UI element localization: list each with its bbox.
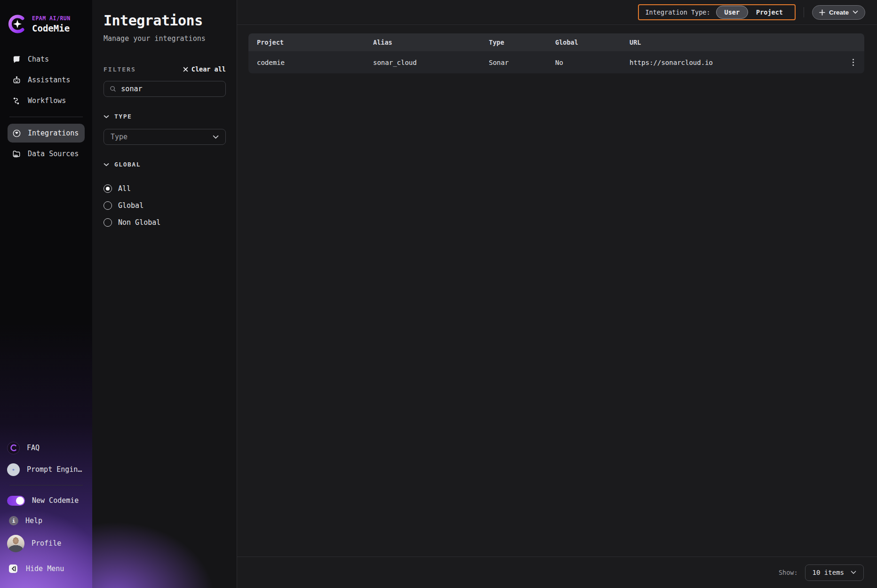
chevron-down-icon bbox=[213, 135, 219, 139]
topbar: Integration Type: User Project Create bbox=[237, 0, 877, 25]
page-size-value: 10 items bbox=[813, 569, 844, 576]
faq-label: FAQ bbox=[27, 444, 40, 452]
table-header: Project Alias Type Global URL bbox=[248, 33, 864, 51]
prompt-engineering-label: Prompt Engin… bbox=[27, 465, 82, 474]
radio-circle bbox=[104, 201, 112, 210]
main-area: Integration Type: User Project Create Pr… bbox=[237, 0, 877, 588]
sidebar-item-profile[interactable]: Profile bbox=[7, 531, 92, 556]
prompt-engineering-icon: ✳ bbox=[7, 463, 20, 476]
profile-label: Profile bbox=[32, 539, 61, 548]
column-header-project: Project bbox=[257, 39, 373, 46]
table-row[interactable]: codemie sonar_cloud Sonar No https://son… bbox=[248, 51, 864, 73]
radio-global[interactable]: Global bbox=[104, 197, 226, 214]
sidebar-item-hide-menu[interactable]: Hide Menu bbox=[7, 557, 92, 580]
row-actions-menu-icon[interactable] bbox=[842, 56, 864, 69]
sidebar-item-chats[interactable]: Chats bbox=[8, 50, 85, 69]
column-header-alias: Alias bbox=[373, 39, 489, 46]
segment-user[interactable]: User bbox=[716, 6, 749, 19]
topbar-divider bbox=[804, 7, 804, 17]
radio-label: Global bbox=[118, 201, 144, 210]
clear-all-label: Clear all bbox=[191, 65, 226, 73]
sidebar-item-label: Data Sources bbox=[28, 150, 79, 158]
global-radio-group: All Global Non Global bbox=[104, 180, 226, 231]
faq-icon bbox=[7, 442, 20, 454]
codemie-logo-icon bbox=[7, 14, 27, 34]
help-label: Help bbox=[25, 516, 42, 525]
sidebar-item-workflows[interactable]: Workflows bbox=[8, 91, 85, 110]
integrations-table: Project Alias Type Global URL codemie so… bbox=[248, 33, 864, 73]
chevron-down-icon bbox=[851, 571, 856, 574]
radio-label: All bbox=[118, 184, 131, 193]
clear-all-button[interactable]: Clear all bbox=[183, 65, 226, 73]
hide-menu-label: Hide Menu bbox=[26, 564, 64, 573]
toggle-knob bbox=[16, 497, 24, 505]
brand-suite: EPAM AI/RUN bbox=[32, 15, 71, 22]
column-header-url: URL bbox=[630, 39, 842, 46]
radio-all[interactable]: All bbox=[104, 180, 226, 197]
integration-type-segmented-control: User Project bbox=[716, 6, 791, 19]
radio-label: Non Global bbox=[118, 218, 160, 227]
sidebar-item-label: Assistants bbox=[28, 76, 70, 84]
integration-type-switch-highlight: Integration Type: User Project bbox=[638, 4, 796, 20]
chevron-down-icon bbox=[104, 115, 109, 119]
radio-non-global[interactable]: Non Global bbox=[104, 214, 226, 231]
type-select[interactable]: Type bbox=[104, 129, 226, 145]
type-section-header[interactable]: TYPE bbox=[104, 113, 226, 120]
radio-circle bbox=[104, 184, 112, 193]
integration-icon bbox=[12, 128, 21, 138]
cell-type: Sonar bbox=[489, 59, 555, 66]
brand-text: EPAM AI/RUN CodeMie bbox=[32, 15, 71, 33]
avatar bbox=[7, 535, 24, 552]
radio-circle bbox=[104, 218, 112, 227]
chat-icon bbox=[12, 55, 21, 64]
create-button[interactable]: Create bbox=[812, 5, 865, 20]
page-title: Integrations bbox=[104, 12, 226, 29]
chevron-down-icon bbox=[853, 10, 858, 14]
sidebar: EPAM AI/RUN CodeMie Chats Assistants Wor… bbox=[0, 0, 92, 588]
filters-panel: Integrations Manage your integrations FI… bbox=[92, 0, 237, 588]
page-subtitle: Manage your integrations bbox=[104, 34, 226, 43]
integration-type-label: Integration Type: bbox=[645, 8, 710, 16]
page-size-select[interactable]: 10 items bbox=[805, 564, 864, 581]
global-section-label: GLOBAL bbox=[114, 161, 141, 168]
sidebar-bottom: FAQ ✳ Prompt Engin… New Codemie i Help P… bbox=[0, 437, 92, 588]
new-codemie-row: New Codemie bbox=[7, 490, 92, 511]
robot-icon bbox=[12, 75, 21, 85]
filter-search-box bbox=[104, 81, 226, 97]
sidebar-item-label: Chats bbox=[28, 55, 49, 64]
integrations-content: Project Alias Type Global URL codemie so… bbox=[237, 25, 877, 556]
cell-project: codemie bbox=[257, 59, 373, 66]
sidebar-item-data-sources[interactable]: Data Sources bbox=[8, 144, 85, 163]
sidebar-item-assistants[interactable]: Assistants bbox=[8, 71, 85, 89]
sidebar-item-label: Workflows bbox=[28, 96, 66, 105]
cell-url: https://sonarcloud.io bbox=[630, 59, 842, 66]
column-header-global: Global bbox=[555, 39, 630, 46]
sidebar-item-integrations[interactable]: Integrations bbox=[8, 124, 85, 143]
type-select-placeholder: Type bbox=[111, 133, 128, 141]
show-label: Show: bbox=[779, 569, 798, 576]
sidebar-item-label: Integrations bbox=[28, 129, 79, 137]
workflow-icon bbox=[12, 96, 21, 105]
global-section-header[interactable]: GLOBAL bbox=[104, 161, 226, 168]
type-section-label: TYPE bbox=[114, 113, 132, 120]
segment-project[interactable]: Project bbox=[748, 6, 791, 18]
sidebar-item-help[interactable]: i Help bbox=[7, 511, 92, 531]
new-codemie-toggle[interactable] bbox=[7, 496, 25, 506]
sidebar-item-prompt-engineering[interactable]: ✳ Prompt Engin… bbox=[7, 459, 92, 480]
create-label: Create bbox=[829, 9, 849, 16]
search-icon bbox=[110, 85, 116, 93]
brand-name: CodeMie bbox=[32, 23, 71, 33]
help-icon: i bbox=[9, 516, 18, 525]
pagination-bar: Show: 10 items bbox=[237, 556, 877, 588]
close-icon bbox=[183, 67, 188, 72]
cell-alias: sonar_cloud bbox=[373, 59, 489, 66]
folder-link-icon bbox=[12, 149, 21, 159]
new-codemie-label: New Codemie bbox=[32, 496, 79, 505]
brand-block[interactable]: EPAM AI/RUN CodeMie bbox=[0, 0, 92, 34]
search-input[interactable] bbox=[121, 85, 220, 93]
sidebar-divider bbox=[9, 117, 83, 117]
sidebar-bottom-divider bbox=[9, 485, 83, 485]
plus-icon bbox=[819, 9, 825, 16]
sidebar-item-faq[interactable]: FAQ bbox=[7, 437, 92, 459]
hide-menu-icon bbox=[8, 564, 19, 574]
